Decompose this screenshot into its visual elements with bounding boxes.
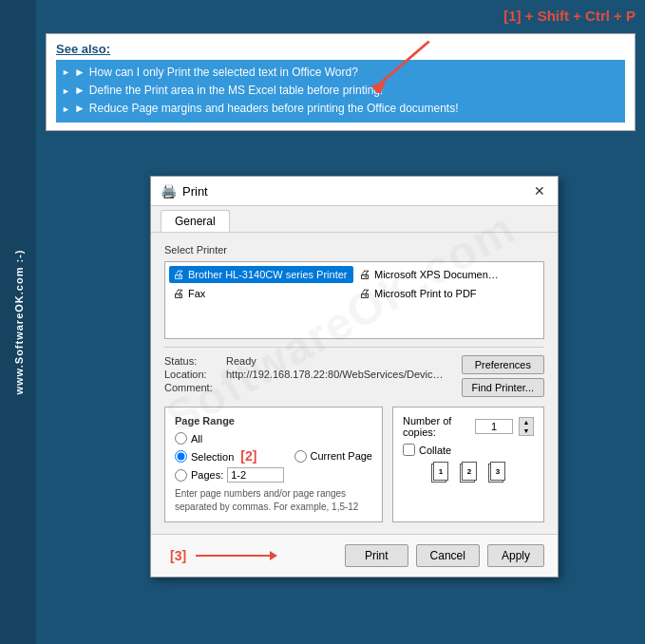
page-range-hint: Enter page numbers and/or page ranges se… <box>175 487 372 514</box>
copies-spinner: ▲ ▼ <box>519 417 534 436</box>
shortcut-annotation: [1] + Shift + Ctrl + P <box>503 8 636 24</box>
radio-all-label: All <box>191 433 202 445</box>
comment-row: Comment: <box>164 382 452 393</box>
preferences-button[interactable]: Preferences <box>462 355 544 374</box>
radio-pages-label: Pages: <box>191 469 223 481</box>
arrow-line <box>196 555 272 557</box>
find-printer-button[interactable]: Find Printer... <box>462 378 544 397</box>
dialog-title-left: 🖨️ Print <box>161 183 208 199</box>
see-also-item-3-prefix: ► <box>74 100 85 118</box>
dialog-close-button[interactable]: ✕ <box>531 182 548 199</box>
see-also-item-3[interactable]: ► Reduce Page margins and headers before… <box>62 100 619 118</box>
collate-icon-1: 1 1 <box>427 460 452 484</box>
pages-input[interactable]: 1-2 <box>227 467 284 483</box>
collate-row: Collate <box>403 444 534 456</box>
dialog-titlebar: 🖨️ Print ✕ <box>151 177 558 206</box>
printer-icon-2: 🖨 <box>359 268 370 281</box>
collate-icons: 1 1 2 2 3 <box>403 460 534 484</box>
printer-item-2[interactable]: 🖨 Microsoft XPS Documen… <box>355 266 540 283</box>
collate-checkbox[interactable] <box>403 444 415 456</box>
sidebar: www.SoftwareOK.com :-) <box>0 0 36 644</box>
shortcut-text: [1] + Shift + Ctrl + P <box>503 8 636 24</box>
pages-row: Pages: 1-2 <box>175 467 372 483</box>
see-also-item-1-prefix: ► <box>74 64 85 82</box>
spinner-up[interactable]: ▲ <box>520 418 533 426</box>
cancel-button[interactable]: Cancel <box>416 544 480 567</box>
step3-label: [3] <box>170 548 186 563</box>
sidebar-text: www.SoftwareOK.com :-) <box>12 250 24 395</box>
dialog-title-text: Print <box>182 184 208 199</box>
printer-icon: 🖨️ <box>161 183 177 199</box>
step3-arrow: [3] <box>170 548 272 563</box>
comment-key: Comment: <box>164 382 226 393</box>
radio-current[interactable] <box>294 450 307 463</box>
radio-selection[interactable] <box>175 450 187 463</box>
status-key: Status: <box>164 355 226 367</box>
main-content: SoftwareOK.com [1] + Shift + Ctrl + P Se… <box>36 0 645 644</box>
print-button[interactable]: Print <box>345 544 408 567</box>
copies-input[interactable]: 1 <box>475 419 513 434</box>
apply-button[interactable]: Apply <box>487 544 544 567</box>
see-also-item-1[interactable]: ► How can I only Print the selected text… <box>62 64 619 82</box>
page-range-box: Page Range All Selection [2] Current <box>164 407 383 522</box>
select-printer-label: Select Printer <box>164 244 544 256</box>
radio-current-label: Current Page <box>311 450 372 462</box>
separator <box>164 347 544 348</box>
status-info: Status: Ready Location: http://192.168.1… <box>164 355 452 395</box>
see-also-item-2[interactable]: ► Define the Print area in the MS Excel … <box>62 82 619 100</box>
page-range-title: Page Range <box>175 415 372 426</box>
see-also-item-2-prefix: ► <box>74 82 85 100</box>
radio-pages[interactable] <box>175 469 187 482</box>
radio-selection-label: Selection [2] <box>191 448 256 464</box>
radio-selection-row: Selection [2] Current Page <box>175 448 372 464</box>
dialog-body: Select Printer 🖨 Brother HL-3140CW serie… <box>151 233 558 534</box>
dialog-footer: [3] Print Cancel Apply <box>151 534 558 577</box>
printer-icon-3: 🖨 <box>173 287 184 300</box>
dialog-tabs: General <box>151 206 558 233</box>
printer-item-1[interactable]: 🖨 Brother HL-3140CW series Printer <box>169 266 353 283</box>
spinner-down[interactable]: ▼ <box>520 426 533 435</box>
copies-box: Number of copies: 1 ▲ ▼ Collate <box>392 407 544 522</box>
printer-grid: 🖨 Brother HL-3140CW series Printer 🖨 Mic… <box>169 266 540 302</box>
step2-label: [2] <box>240 448 256 464</box>
copies-row: Number of copies: 1 ▲ ▼ <box>403 415 534 438</box>
tab-general[interactable]: General <box>161 210 230 232</box>
printer-item-3[interactable]: 🖨 Fax <box>169 285 353 302</box>
see-also-label: See also: <box>56 42 625 56</box>
collate-icon-2: 2 2 <box>456 460 481 484</box>
status-row: Status: Ready <box>164 355 452 367</box>
radio-all[interactable] <box>175 432 187 445</box>
printer-item-4[interactable]: 🖨 Microsoft Print to PDF <box>355 285 540 302</box>
location-key: Location: <box>164 369 226 380</box>
printer-icon-4: 🖨 <box>359 287 370 300</box>
print-dialog: 🖨️ Print ✕ General Select Printer 🖨 Brot… <box>150 176 559 578</box>
location-row: Location: http://192.168.178.22:80/WebSe… <box>164 369 452 380</box>
page-range-section: Page Range All Selection [2] Current <box>164 407 544 522</box>
printer-icon-1: 🖨 <box>173 268 184 281</box>
see-also-items: ► How can I only Print the selected text… <box>56 60 625 123</box>
radio-all-row: All <box>175 432 372 445</box>
collate-label: Collate <box>419 445 451 456</box>
see-also-box: See also: ► How can I only Print the sel… <box>46 33 636 131</box>
printer-list: 🖨 Brother HL-3140CW series Printer 🖨 Mic… <box>164 261 544 339</box>
status-value: Ready <box>226 355 256 367</box>
status-section: Status: Ready Location: http://192.168.1… <box>164 355 544 397</box>
collate-icon-3: 3 3 <box>484 460 509 484</box>
copies-label: Number of copies: <box>403 415 469 438</box>
location-value: http://192.168.178.22:80/WebServices/Dev… <box>226 369 444 380</box>
status-buttons: Preferences Find Printer... <box>462 355 544 397</box>
